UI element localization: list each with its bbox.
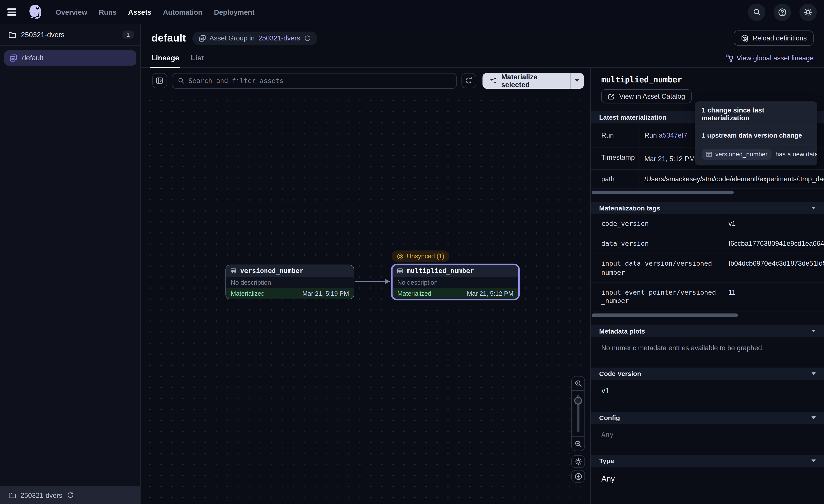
zoom-in-icon — [574, 379, 582, 387]
sidebar-item-label: default — [22, 54, 43, 62]
chevron-down-icon — [811, 460, 816, 462]
table-icon — [230, 268, 236, 274]
section-type[interactable]: Type — [591, 455, 824, 467]
refresh-icon — [465, 77, 473, 84]
nav-item-runs[interactable]: Runs — [99, 8, 117, 16]
reload-cube-icon — [740, 34, 749, 42]
row-key: input_data_version/versioned_number — [591, 254, 723, 282]
node-title: versioned_number — [240, 267, 303, 274]
main-area: default Asset Group in 250321-dvers — [141, 24, 824, 504]
sidebar-item-default[interactable]: default — [4, 50, 136, 66]
nav-item-automation[interactable]: Automation — [163, 8, 202, 16]
tab-lineage[interactable]: Lineage — [151, 54, 179, 67]
node-title: multiplied_number — [407, 267, 474, 274]
refresh-assets-button[interactable] — [461, 73, 476, 88]
asset-chip-label: versioned_number — [715, 151, 767, 158]
materialize-dropdown-toggle[interactable] — [571, 73, 584, 89]
download-graph-button[interactable] — [571, 470, 585, 483]
refresh-icon[interactable] — [304, 34, 311, 42]
lineage-graph-icon — [725, 54, 733, 62]
help-button[interactable] — [774, 3, 791, 21]
section-heading: Config — [599, 414, 811, 421]
help-icon — [778, 8, 787, 16]
chevron-down-icon — [811, 330, 816, 333]
zoom-slider-thumb[interactable] — [574, 397, 582, 404]
dagster-logo[interactable] — [26, 3, 44, 21]
row-key: data_version — [591, 234, 723, 254]
asset-node-versioned-number[interactable]: versioned_number No description Material… — [225, 265, 354, 299]
horizontal-scrollbar[interactable] — [592, 191, 733, 194]
timestamp-value: Mar 21, 5:12 PM — [644, 155, 695, 162]
sidebar-footer[interactable]: 250321-dvers — [0, 486, 140, 504]
row-key: input_event_pointer/versioned_number — [591, 283, 723, 311]
node-description: No description — [393, 276, 518, 288]
section-code-version[interactable]: Code Version — [591, 368, 824, 380]
sparkles-icon — [489, 77, 497, 84]
settings-button[interactable] — [799, 3, 817, 21]
node-timestamp: Mar 21, 5:12 PM — [467, 290, 513, 297]
search-input[interactable] — [189, 77, 451, 84]
materialize-label: Materialize selected — [501, 73, 563, 89]
asset-group-icon — [9, 54, 17, 62]
graph-settings-button[interactable] — [571, 455, 585, 468]
nav-items: Overview Runs Assets Automation Deployme… — [56, 8, 254, 16]
sidebar-group-label: 250321-dvers — [21, 31, 118, 38]
badge-prefix: Asset Group in — [210, 34, 255, 42]
menu-icon[interactable] — [7, 6, 19, 18]
tab-list[interactable]: List — [191, 54, 204, 67]
asset-group-badge[interactable]: Asset Group in 250321-dvers — [192, 31, 317, 45]
sync-status-icon — [397, 253, 404, 260]
chevron-down-icon — [811, 417, 816, 419]
section-config[interactable]: Config — [591, 412, 824, 424]
table-row: path /Users/smackesey/stm/code/elementl/… — [591, 169, 824, 188]
sidebar-footer-label: 250321-dvers — [21, 491, 62, 499]
folder-icon — [8, 491, 16, 499]
search-button[interactable] — [748, 3, 765, 21]
row-key: code_version — [591, 214, 723, 234]
row-key: Run — [591, 123, 639, 147]
search-icon — [178, 77, 185, 84]
section-metadata-plots[interactable]: Metadata plots — [591, 325, 824, 337]
change-tooltip: 1 change since last materialization 1 up… — [695, 102, 817, 165]
lineage-canvas[interactable]: Unsynced (1) — [141, 94, 590, 504]
zoom-in-button[interactable] — [572, 377, 584, 390]
section-heading: Code Version — [599, 370, 811, 377]
table-icon — [397, 268, 403, 274]
refresh-icon[interactable] — [67, 491, 74, 499]
tabs-row: Lineage List View global asset lineage — [141, 50, 824, 68]
materialize-selected-button[interactable]: Materialize selected — [482, 73, 584, 89]
asset-group-icon — [199, 34, 206, 42]
view-in-asset-catalog-button[interactable]: View in Asset Catalog — [601, 89, 691, 104]
search-icon — [752, 8, 761, 16]
nav-item-overview[interactable]: Overview — [56, 8, 87, 16]
run-prefix: Run — [644, 131, 657, 139]
path-link[interactable]: /Users/smackesey/stm/code/elementl/exper… — [644, 175, 824, 182]
zoom-out-button[interactable] — [572, 437, 584, 451]
asset-node-multiplied-number[interactable]: multiplied_number No description Materia… — [391, 264, 520, 300]
table-row: input_event_pointer/versioned_number 11 — [591, 283, 824, 311]
global-lineage-label: View global asset lineage — [736, 54, 814, 62]
section-heading: Metadata plots — [599, 328, 811, 335]
section-heading: Materialization tags — [599, 205, 811, 212]
run-link[interactable]: a5347ef7 — [659, 131, 687, 139]
sidebar-group-250321-dvers[interactable]: 250321-dvers 1 — [0, 24, 140, 46]
nav-item-deployment[interactable]: Deployment — [214, 8, 254, 16]
view-global-asset-lineage-link[interactable]: View global asset lineage — [725, 54, 814, 67]
tooltip-message: has a new data version — [776, 151, 817, 158]
horizontal-scrollbar[interactable] — [592, 313, 738, 317]
badge-group-link[interactable]: 250321-dvers — [258, 34, 300, 42]
reload-definitions-label: Reload definitions — [752, 34, 807, 42]
metadata-plots-empty-message: No numeric metadata entries available to… — [591, 337, 824, 360]
section-heading: Type — [599, 457, 811, 465]
node-description: No description — [226, 276, 354, 288]
unsynced-badge[interactable]: Unsynced (1) — [392, 250, 450, 262]
materialization-tags-table: code_version v1 data_version f6ccba17763… — [591, 214, 824, 317]
zoom-slider[interactable] — [572, 390, 584, 437]
section-materialization-tags[interactable]: Materialization tags — [591, 202, 824, 214]
zoom-out-icon — [574, 440, 582, 448]
nav-item-assets[interactable]: Assets — [128, 8, 151, 16]
row-value: f6ccba1776380941e9cd1ea66481d — [723, 234, 824, 254]
asset-chip: versioned_number — [702, 149, 772, 160]
collapse-panel-button[interactable] — [152, 73, 167, 88]
reload-definitions-button[interactable]: Reload definitions — [733, 30, 814, 46]
